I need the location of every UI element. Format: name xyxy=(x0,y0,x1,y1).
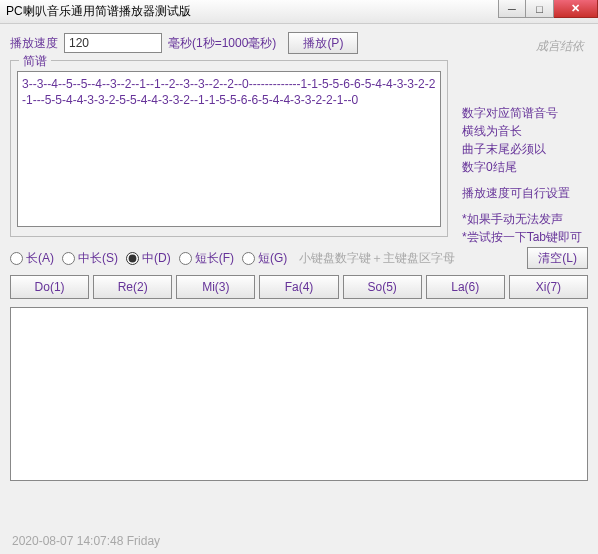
notation-legend: 简谱 xyxy=(19,53,51,70)
note-mi-button[interactable]: Mi(3) xyxy=(176,275,255,299)
note-re-button[interactable]: Re(2) xyxy=(93,275,172,299)
note-xi-button[interactable]: Xi(7) xyxy=(509,275,588,299)
minimize-button[interactable]: ─ xyxy=(498,0,526,18)
key-hint-label: 小键盘数字键＋主键盘区字母 xyxy=(299,250,455,267)
help-line: 曲子末尾必须以 xyxy=(462,140,584,158)
help-line: 横线为音长 xyxy=(462,122,584,140)
maximize-button[interactable]: □ xyxy=(526,0,554,18)
speed-label: 播放速度 xyxy=(10,35,58,52)
output-textarea[interactable] xyxy=(10,307,588,481)
length-radio-d[interactable]: 中(D) xyxy=(126,250,171,267)
note-fa-button[interactable]: Fa(4) xyxy=(259,275,338,299)
help-line: 数字对应简谱音号 xyxy=(462,104,584,122)
notation-groupbox: 简谱 3--3--4--5--5--4--3--2--1--1--2--3--3… xyxy=(10,60,448,237)
length-label: 短长(F) xyxy=(195,250,234,267)
titlebar: PC喇叭音乐通用简谱播放器测试版 ─ □ ✕ xyxy=(0,0,598,24)
notation-textarea[interactable]: 3--3--4--5--5--4--3--2--1--1--2--3--3--2… xyxy=(17,71,441,227)
author-label: 成宫结依 xyxy=(536,38,584,55)
length-label: 中(D) xyxy=(142,250,171,267)
length-radio-f[interactable]: 短长(F) xyxy=(179,250,234,267)
length-label: 长(A) xyxy=(26,250,54,267)
speed-input[interactable] xyxy=(64,33,162,53)
length-radio-g[interactable]: 短(G) xyxy=(242,250,287,267)
help-line: *如果手动无法发声 xyxy=(462,210,584,228)
length-radio-a[interactable]: 长(A) xyxy=(10,250,54,267)
note-la-button[interactable]: La(6) xyxy=(426,275,505,299)
clear-button[interactable]: 清空(L) xyxy=(527,247,588,269)
close-button[interactable]: ✕ xyxy=(554,0,598,18)
length-label: 中长(S) xyxy=(78,250,118,267)
length-radio-s[interactable]: 中长(S) xyxy=(62,250,118,267)
window-title: PC喇叭音乐通用简谱播放器测试版 xyxy=(6,3,191,20)
play-button[interactable]: 播放(P) xyxy=(288,32,358,54)
help-line: 数字0结尾 xyxy=(462,158,584,176)
help-line: 播放速度可自行设置 xyxy=(462,184,584,202)
note-do-button[interactable]: Do(1) xyxy=(10,275,89,299)
help-panel: 数字对应简谱音号 横线为音长 曲子末尾必须以 数字0结尾 播放速度可自行设置 *… xyxy=(462,104,584,246)
note-so-button[interactable]: So(5) xyxy=(343,275,422,299)
length-label: 短(G) xyxy=(258,250,287,267)
speed-unit-label: 毫秒(1秒=1000毫秒) xyxy=(168,35,276,52)
help-line: *尝试按一下Tab键即可 xyxy=(462,228,584,246)
status-bar: 2020-08-07 14:07:48 Friday xyxy=(12,534,160,548)
